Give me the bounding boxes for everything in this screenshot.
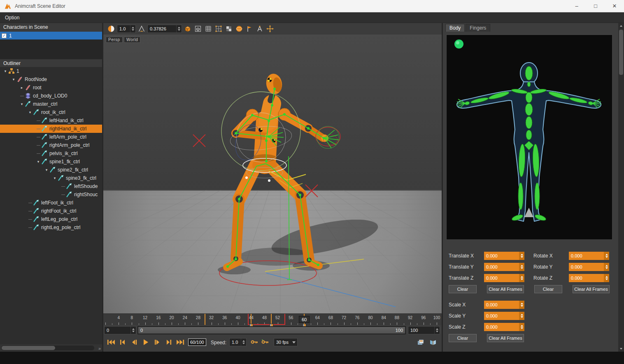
smooth-spin-arrows[interactable]	[130, 25, 135, 32]
goto-end-button[interactable]	[175, 338, 185, 347]
tree-item-leftArm_pole_ctrl[interactable]: leftArm_pole_ctrl	[0, 133, 102, 141]
tree-item-leftHand_ik_ctrl[interactable]: leftHand_ik_ctrl	[0, 116, 102, 125]
scale-z-field[interactable]: 0.000	[484, 323, 524, 331]
expander-open-icon[interactable]: ▾	[52, 176, 58, 180]
scale-y-field[interactable]: 0.000	[484, 312, 524, 320]
range-start-spinner[interactable]: 0	[104, 326, 136, 334]
keyframe-marker[interactable]	[303, 324, 306, 327]
tree-item-rightLeg_pole_ctrl[interactable]: rightLeg_pole_ctrl	[0, 223, 102, 232]
selection-start-line[interactable]	[248, 314, 249, 325]
scale-clear-button[interactable]: Clear	[449, 334, 477, 342]
range-end-arrows[interactable]	[434, 327, 440, 334]
tree-item-1[interactable]: ▾1	[0, 67, 102, 75]
scroll-up-icon[interactable]	[618, 23, 624, 29]
expander-open-icon[interactable]: ▾	[2, 69, 8, 73]
tree-item-leftLeg_pole_ctrl[interactable]: leftLeg_pole_ctrl	[0, 215, 102, 223]
selection-range-bar[interactable]	[248, 324, 284, 325]
timeline-ruler[interactable]: 4812162024283236404448525660646872768084…	[103, 313, 442, 325]
translate-x-field[interactable]: 0.000	[484, 252, 524, 260]
rotate-clear-all-frames-button[interactable]: Clear All Frames	[573, 285, 610, 293]
scale-x-spin-arrows[interactable]	[519, 301, 524, 309]
current-frame-display[interactable]: 60/100	[188, 338, 206, 346]
keyframe-marker[interactable]	[270, 324, 273, 327]
translate-x-spin-arrows[interactable]	[519, 252, 524, 260]
outliner-hscrollbar[interactable]	[1, 345, 94, 350]
expander-closed-icon[interactable]: ▸	[19, 86, 25, 90]
rotate-x-field[interactable]: 0.000	[569, 252, 609, 260]
increment-spin-arrows[interactable]	[176, 25, 182, 32]
hscrollbar-thumb[interactable]	[2, 346, 55, 350]
expander-open-icon[interactable]: ▾	[44, 168, 49, 172]
speed-spin-arrows[interactable]	[241, 338, 246, 346]
fps-dropdown[interactable]: 30 fps	[274, 338, 298, 346]
tree-item-leftFoot_ik_ctrl[interactable]: leftFoot_ik_ctrl	[0, 199, 102, 207]
minimize-button[interactable]: –	[567, 0, 586, 12]
tree-item-rightShouc[interactable]: rightShouc	[0, 190, 102, 199]
world-axis-badge[interactable]: World	[124, 37, 140, 43]
scale-y-spin-arrows[interactable]	[519, 312, 524, 320]
menu-option[interactable]: Option	[0, 15, 24, 21]
scroll-down-icon[interactable]	[618, 346, 624, 352]
tree-item-RootNode[interactable]: ▾RootNode	[0, 75, 102, 83]
rotate-clear-button[interactable]: Clear	[534, 285, 562, 293]
character-checkbox[interactable]: ✓	[2, 33, 7, 38]
prev-keyframe-button[interactable]	[117, 338, 128, 347]
step-back-button[interactable]	[129, 338, 139, 347]
maximize-button[interactable]: □	[586, 0, 605, 12]
set-key-button[interactable]	[251, 339, 258, 345]
scale-clear-all-frames-button[interactable]: Clear All Frames	[487, 334, 524, 342]
translate-clear-button[interactable]: Clear	[449, 285, 477, 293]
keyframe-marker[interactable]	[249, 324, 253, 327]
translate-z-spin-arrows[interactable]	[519, 274, 524, 282]
next-keyframe-button[interactable]	[163, 338, 174, 347]
grid-icon[interactable]	[204, 24, 213, 33]
expander-open-icon[interactable]: ▾	[11, 77, 16, 81]
frame-selected-icon[interactable]	[255, 24, 264, 33]
shading-sphere-icon[interactable]	[107, 24, 116, 33]
expander-open-icon[interactable]: ▾	[35, 160, 41, 164]
flag-icon[interactable]	[245, 24, 254, 33]
rotate-z-spin-arrows[interactable]	[604, 274, 609, 282]
camera-persp-badge[interactable]: Persp	[106, 37, 123, 43]
range-slider[interactable]: 0 100	[137, 326, 406, 334]
play-button[interactable]	[140, 338, 151, 347]
speed-spinner[interactable]: 1.0	[229, 338, 247, 346]
right-scrollbar[interactable]	[618, 23, 624, 352]
grid-snap-icon[interactable]	[214, 24, 223, 33]
smooth-spinner[interactable]: 1.0	[117, 25, 136, 33]
set-key-all-button[interactable]	[261, 339, 269, 345]
cube-icon[interactable]	[183, 24, 192, 33]
rotate-z-field[interactable]: 0.000	[569, 274, 609, 282]
range-end-spinner[interactable]: 100	[408, 326, 440, 334]
step-forward-button[interactable]	[152, 338, 162, 347]
tree-item-cd_body_LOD0[interactable]: cd_body_LOD0	[0, 92, 102, 100]
tree-item-leftShoude[interactable]: leftShoude	[0, 182, 102, 190]
tree-item-master_ctrl[interactable]: ▾master_ctrl	[0, 100, 102, 108]
body-picker[interactable]	[446, 35, 612, 240]
tree-item-root[interactable]: ▸root	[0, 83, 102, 92]
tree-item-spine1_fk_ctrl[interactable]: ▾spine1_fk_ctrl	[0, 158, 102, 166]
tree-item-rightFoot_ik_ctrl[interactable]: rightFoot_ik_ctrl	[0, 207, 102, 215]
current-frame-indicator[interactable]: 60	[299, 316, 310, 323]
rotate-y-spin-arrows[interactable]	[604, 263, 609, 271]
material-sphere-icon[interactable]	[235, 24, 244, 33]
tree-item-rightHand_ik_ctrl[interactable]: rightHand_ik_ctrl	[0, 125, 102, 133]
translate-z-field[interactable]: 0.000	[484, 274, 524, 282]
angle-snap-icon[interactable]	[137, 24, 146, 33]
tree-item-root_ik_ctrl[interactable]: ▾root_ik_ctrl	[0, 108, 102, 116]
tree-item-rightArm_pole_ctrl[interactable]: rightArm_pole_ctrl	[0, 141, 102, 149]
scrollbar-thumb[interactable]	[619, 30, 623, 75]
checker-icon[interactable]	[224, 24, 233, 33]
keyframe-tick[interactable]	[271, 314, 272, 325]
mirror-pose-icon[interactable]	[429, 339, 437, 345]
expander-open-icon[interactable]: ▾	[27, 110, 33, 114]
range-start-arrows[interactable]	[130, 327, 136, 334]
goto-start-button[interactable]	[106, 338, 116, 347]
character-row-1[interactable]: ✓ 1	[0, 32, 102, 39]
tab-body[interactable]: Body	[445, 24, 465, 32]
range-slider-bar[interactable]: 0 100	[138, 327, 405, 334]
tree-item-pelvis_ik_ctrl[interactable]: pelvis_ik_ctrl	[0, 149, 102, 158]
keyframe-tick[interactable]	[251, 314, 251, 325]
translate-clear-all-frames-button[interactable]: Clear All Frames	[487, 285, 524, 293]
viewport-3d[interactable]: Persp World	[103, 35, 442, 313]
